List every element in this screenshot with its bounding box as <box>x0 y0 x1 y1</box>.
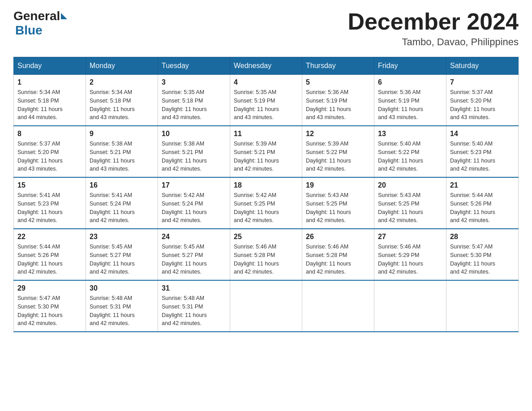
calendar-table: SundayMondayTuesdayWednesdayThursdayFrid… <box>13 57 519 332</box>
calendar-cell <box>302 280 374 332</box>
calendar-cell: 29Sunrise: 5:47 AMSunset: 5:30 PMDayligh… <box>14 280 86 332</box>
day-number: 2 <box>90 78 154 86</box>
day-number: 27 <box>378 233 442 241</box>
day-info: Sunrise: 5:36 AMSunset: 5:19 PMDaylight:… <box>306 88 370 122</box>
calendar-week-row: 29Sunrise: 5:47 AMSunset: 5:30 PMDayligh… <box>14 280 519 332</box>
month-title: December 2024 <box>348 9 519 34</box>
day-info: Sunrise: 5:39 AMSunset: 5:22 PMDaylight:… <box>306 140 370 173</box>
day-info: Sunrise: 5:48 AMSunset: 5:31 PMDaylight:… <box>90 294 154 328</box>
weekday-header-row: SundayMondayTuesdayWednesdayThursdayFrid… <box>14 57 519 75</box>
calendar-cell: 13Sunrise: 5:40 AMSunset: 5:22 PMDayligh… <box>374 126 446 177</box>
calendar-cell: 20Sunrise: 5:43 AMSunset: 5:25 PMDayligh… <box>374 177 446 229</box>
calendar-cell: 15Sunrise: 5:41 AMSunset: 5:23 PMDayligh… <box>14 177 86 229</box>
calendar-cell: 21Sunrise: 5:44 AMSunset: 5:26 PMDayligh… <box>446 177 519 229</box>
calendar-cell: 8Sunrise: 5:37 AMSunset: 5:20 PMDaylight… <box>14 126 86 177</box>
day-number: 8 <box>17 130 82 138</box>
day-number: 31 <box>162 284 226 292</box>
weekday-header-friday: Friday <box>374 57 446 75</box>
day-number: 13 <box>378 130 442 138</box>
day-number: 24 <box>162 233 226 241</box>
day-info: Sunrise: 5:47 AMSunset: 5:30 PMDaylight:… <box>17 294 82 328</box>
day-number: 22 <box>17 233 82 241</box>
day-number: 17 <box>162 181 226 189</box>
logo-general-text: General <box>13 9 60 23</box>
calendar-week-row: 15Sunrise: 5:41 AMSunset: 5:23 PMDayligh… <box>14 177 519 229</box>
day-number: 4 <box>234 78 298 86</box>
page-header: General Blue December 2024 Tambo, Davao,… <box>13 9 519 48</box>
day-info: Sunrise: 5:44 AMSunset: 5:26 PMDaylight:… <box>450 191 515 225</box>
location-title: Tambo, Davao, Philippines <box>348 36 519 48</box>
day-info: Sunrise: 5:35 AMSunset: 5:19 PMDaylight:… <box>234 88 298 122</box>
calendar-week-row: 8Sunrise: 5:37 AMSunset: 5:20 PMDaylight… <box>14 126 519 177</box>
day-number: 30 <box>90 284 154 292</box>
logo-arrow-icon <box>61 13 67 19</box>
day-info: Sunrise: 5:43 AMSunset: 5:25 PMDaylight:… <box>378 191 442 225</box>
logo-blue-text: Blue <box>15 23 43 37</box>
calendar-cell: 16Sunrise: 5:41 AMSunset: 5:24 PMDayligh… <box>86 177 158 229</box>
day-number: 29 <box>17 284 82 292</box>
calendar-cell: 7Sunrise: 5:37 AMSunset: 5:20 PMDaylight… <box>446 75 519 126</box>
day-info: Sunrise: 5:42 AMSunset: 5:24 PMDaylight:… <box>162 191 226 225</box>
day-number: 11 <box>234 130 298 138</box>
calendar-cell: 3Sunrise: 5:35 AMSunset: 5:18 PMDaylight… <box>158 75 230 126</box>
calendar-cell <box>446 280 519 332</box>
calendar-cell: 19Sunrise: 5:43 AMSunset: 5:25 PMDayligh… <box>302 177 374 229</box>
day-info: Sunrise: 5:40 AMSunset: 5:22 PMDaylight:… <box>378 140 442 173</box>
day-number: 15 <box>17 181 82 189</box>
calendar-cell: 30Sunrise: 5:48 AMSunset: 5:31 PMDayligh… <box>86 280 158 332</box>
calendar-week-row: 22Sunrise: 5:44 AMSunset: 5:26 PMDayligh… <box>14 229 519 280</box>
day-number: 21 <box>450 181 515 189</box>
calendar-cell: 10Sunrise: 5:38 AMSunset: 5:21 PMDayligh… <box>158 126 230 177</box>
calendar-cell <box>374 280 446 332</box>
weekday-header-monday: Monday <box>86 57 158 75</box>
day-info: Sunrise: 5:41 AMSunset: 5:23 PMDaylight:… <box>17 191 82 225</box>
day-number: 20 <box>378 181 442 189</box>
weekday-header-sunday: Sunday <box>14 57 86 75</box>
weekday-header-thursday: Thursday <box>302 57 374 75</box>
calendar-cell: 11Sunrise: 5:39 AMSunset: 5:21 PMDayligh… <box>230 126 302 177</box>
calendar-cell: 28Sunrise: 5:47 AMSunset: 5:30 PMDayligh… <box>446 229 519 280</box>
calendar-cell: 17Sunrise: 5:42 AMSunset: 5:24 PMDayligh… <box>158 177 230 229</box>
day-info: Sunrise: 5:45 AMSunset: 5:27 PMDaylight:… <box>162 243 226 276</box>
day-number: 26 <box>306 233 370 241</box>
calendar-cell: 22Sunrise: 5:44 AMSunset: 5:26 PMDayligh… <box>14 229 86 280</box>
day-info: Sunrise: 5:39 AMSunset: 5:21 PMDaylight:… <box>234 140 298 173</box>
day-info: Sunrise: 5:34 AMSunset: 5:18 PMDaylight:… <box>17 88 82 122</box>
calendar-cell: 23Sunrise: 5:45 AMSunset: 5:27 PMDayligh… <box>86 229 158 280</box>
calendar-cell: 2Sunrise: 5:34 AMSunset: 5:18 PMDaylight… <box>86 75 158 126</box>
day-info: Sunrise: 5:38 AMSunset: 5:21 PMDaylight:… <box>162 140 226 173</box>
calendar-cell: 31Sunrise: 5:48 AMSunset: 5:31 PMDayligh… <box>158 280 230 332</box>
day-info: Sunrise: 5:40 AMSunset: 5:23 PMDaylight:… <box>450 140 515 173</box>
day-number: 14 <box>450 130 515 138</box>
calendar-cell: 1Sunrise: 5:34 AMSunset: 5:18 PMDaylight… <box>14 75 86 126</box>
day-info: Sunrise: 5:36 AMSunset: 5:19 PMDaylight:… <box>378 88 442 122</box>
day-info: Sunrise: 5:46 AMSunset: 5:28 PMDaylight:… <box>306 243 370 276</box>
day-number: 10 <box>162 130 226 138</box>
calendar-week-row: 1Sunrise: 5:34 AMSunset: 5:18 PMDaylight… <box>14 75 519 126</box>
logo: General Blue <box>13 9 68 38</box>
calendar-cell: 25Sunrise: 5:46 AMSunset: 5:28 PMDayligh… <box>230 229 302 280</box>
day-info: Sunrise: 5:43 AMSunset: 5:25 PMDaylight:… <box>306 191 370 225</box>
calendar-cell: 26Sunrise: 5:46 AMSunset: 5:28 PMDayligh… <box>302 229 374 280</box>
calendar-cell: 9Sunrise: 5:38 AMSunset: 5:21 PMDaylight… <box>86 126 158 177</box>
day-number: 3 <box>162 78 226 86</box>
calendar-cell: 4Sunrise: 5:35 AMSunset: 5:19 PMDaylight… <box>230 75 302 126</box>
calendar-cell: 5Sunrise: 5:36 AMSunset: 5:19 PMDaylight… <box>302 75 374 126</box>
day-info: Sunrise: 5:42 AMSunset: 5:25 PMDaylight:… <box>234 191 298 225</box>
title-section: December 2024 Tambo, Davao, Philippines <box>348 9 519 48</box>
calendar-cell: 12Sunrise: 5:39 AMSunset: 5:22 PMDayligh… <box>302 126 374 177</box>
day-number: 1 <box>17 78 82 86</box>
calendar-cell: 27Sunrise: 5:46 AMSunset: 5:29 PMDayligh… <box>374 229 446 280</box>
day-number: 18 <box>234 181 298 189</box>
day-info: Sunrise: 5:47 AMSunset: 5:30 PMDaylight:… <box>450 243 515 276</box>
day-number: 16 <box>90 181 154 189</box>
day-number: 5 <box>306 78 370 86</box>
day-info: Sunrise: 5:46 AMSunset: 5:29 PMDaylight:… <box>378 243 442 276</box>
day-info: Sunrise: 5:48 AMSunset: 5:31 PMDaylight:… <box>162 294 226 328</box>
day-info: Sunrise: 5:35 AMSunset: 5:18 PMDaylight:… <box>162 88 226 122</box>
calendar-cell: 14Sunrise: 5:40 AMSunset: 5:23 PMDayligh… <box>446 126 519 177</box>
day-number: 6 <box>378 78 442 86</box>
day-number: 12 <box>306 130 370 138</box>
day-number: 28 <box>450 233 515 241</box>
weekday-header-wednesday: Wednesday <box>230 57 302 75</box>
